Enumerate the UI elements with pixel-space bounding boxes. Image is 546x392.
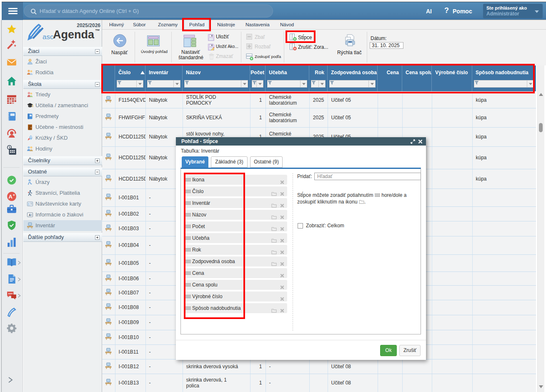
svg-text:A: A (9, 193, 13, 200)
svg-text:A: A (29, 214, 31, 216)
svg-text:+: + (13, 193, 15, 197)
